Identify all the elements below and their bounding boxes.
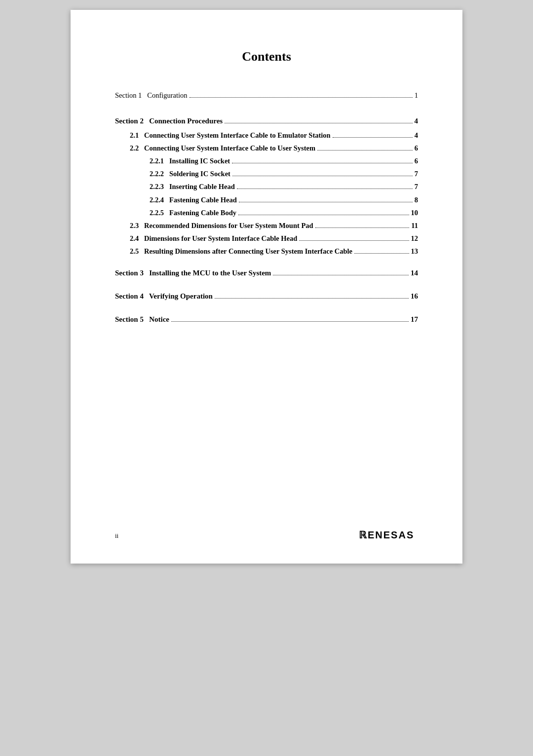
toc-entry-section3: Section 3 Installing the MCU to the User… bbox=[115, 266, 418, 280]
spacer1 bbox=[115, 106, 418, 112]
toc-dots-s222 bbox=[232, 176, 413, 176]
spacer2 bbox=[115, 258, 418, 264]
toc-page-s223: 7 bbox=[415, 180, 418, 193]
page-title: Contents bbox=[115, 49, 418, 64]
toc-label-s221: 2.2.1 Installing IC Socket bbox=[150, 154, 230, 167]
toc-page-s23: 11 bbox=[411, 219, 418, 232]
toc-page-s225: 10 bbox=[411, 206, 419, 219]
spacer4 bbox=[115, 304, 418, 310]
toc-label-s222: 2.2.2 Soldering IC Socket bbox=[150, 167, 230, 180]
toc-label-section1: Section 1 Configuration bbox=[115, 89, 188, 102]
toc-label-section2: Section 2 Connection Procedures bbox=[115, 114, 223, 128]
toc-label-s223: 2.2.3 Inserting Cable Head bbox=[150, 180, 235, 193]
toc-dots-s224 bbox=[239, 202, 413, 202]
toc-entry-s24: 2.4 Dimensions for User System Interface… bbox=[115, 232, 418, 245]
toc-dots-s23 bbox=[315, 227, 410, 228]
toc-page-section1: 1 bbox=[415, 89, 418, 102]
toc-entry-s22: 2.2 Connecting User System Interface Cab… bbox=[115, 142, 418, 154]
toc-label-s225: 2.2.5 Fastening Cable Body bbox=[150, 206, 236, 219]
toc-entry-s23: 2.3 Recommended Dimensions for User Syst… bbox=[115, 219, 418, 232]
toc-label-s224: 2.2.4 Fastening Cable Head bbox=[150, 193, 237, 206]
toc-dots-s22 bbox=[317, 150, 413, 151]
toc-entry-s224: 2.2.4 Fastening Cable Head 8 bbox=[115, 193, 418, 206]
footer-page-number: ii bbox=[115, 532, 118, 540]
toc-entry-section4: Section 4 Verifying Operation 16 bbox=[115, 290, 418, 303]
toc-page-section5: 17 bbox=[411, 313, 418, 326]
toc-page-s22: 6 bbox=[415, 142, 418, 154]
toc-dots-s223 bbox=[237, 189, 413, 189]
toc-page-s21: 4 bbox=[415, 129, 418, 142]
toc-dots-section1 bbox=[190, 97, 413, 98]
toc-label-section4: Section 4 Verifying Operation bbox=[115, 290, 213, 303]
toc-label-s23: 2.3 Recommended Dimensions for User Syst… bbox=[130, 219, 313, 232]
toc-page-s222: 7 bbox=[415, 167, 418, 180]
toc-container: Section 1 Configuration 1 Section 2 Conn… bbox=[115, 89, 418, 326]
toc-page-s221: 6 bbox=[415, 154, 418, 167]
toc-dots-s24 bbox=[299, 240, 409, 241]
toc-dots-s25 bbox=[354, 253, 409, 254]
toc-label-s25: 2.5 Resulting Dimensions after Connectin… bbox=[130, 245, 352, 258]
toc-page-section2: 4 bbox=[415, 114, 419, 128]
toc-page-s25: 13 bbox=[411, 245, 419, 258]
toc-label-section5: Section 5 Notice bbox=[115, 313, 169, 326]
toc-page-section3: 14 bbox=[411, 266, 418, 280]
toc-entry-section5: Section 5 Notice 17 bbox=[115, 313, 418, 326]
toc-dots-s21 bbox=[333, 137, 413, 138]
renesas-logo: ℝENESAS bbox=[359, 528, 418, 544]
spacer3 bbox=[115, 281, 418, 287]
toc-page-section4: 16 bbox=[411, 290, 418, 303]
toc-entry-s21: 2.1 Connecting User System Interface Cab… bbox=[115, 129, 418, 142]
toc-entry-s25: 2.5 Resulting Dimensions after Connectin… bbox=[115, 245, 418, 258]
renesas-logo-svg: ℝENESAS bbox=[359, 528, 418, 541]
toc-entry-section2: Section 2 Connection Procedures 4 bbox=[115, 114, 418, 128]
toc-dots-section2 bbox=[225, 123, 412, 123]
svg-text:ℝENESAS: ℝENESAS bbox=[359, 529, 414, 540]
footer: ii ℝENESAS bbox=[115, 528, 418, 544]
toc-dots-section4 bbox=[215, 298, 409, 299]
toc-entry-s225: 2.2.5 Fastening Cable Body 10 bbox=[115, 206, 418, 219]
toc-entry-s222: 2.2.2 Soldering IC Socket 7 bbox=[115, 167, 418, 180]
toc-label-section3: Section 3 Installing the MCU to the User… bbox=[115, 266, 271, 280]
toc-entry-s221: 2.2.1 Installing IC Socket 6 bbox=[115, 154, 418, 167]
page: Contents Section 1 Configuration 1 Secti… bbox=[71, 10, 462, 564]
toc-page-s224: 8 bbox=[415, 193, 418, 206]
toc-page-s24: 12 bbox=[411, 232, 419, 245]
toc-label-s21: 2.1 Connecting User System Interface Cab… bbox=[130, 129, 331, 142]
toc-dots-s221 bbox=[232, 163, 413, 163]
toc-dots-section3 bbox=[273, 275, 409, 275]
toc-label-s22: 2.2 Connecting User System Interface Cab… bbox=[130, 142, 315, 154]
toc-dots-s225 bbox=[238, 215, 409, 215]
toc-dots-section5 bbox=[171, 321, 409, 322]
toc-label-s24: 2.4 Dimensions for User System Interface… bbox=[130, 232, 297, 245]
toc-entry-section1: Section 1 Configuration 1 bbox=[115, 89, 418, 102]
toc-entry-s223: 2.2.3 Inserting Cable Head 7 bbox=[115, 180, 418, 193]
